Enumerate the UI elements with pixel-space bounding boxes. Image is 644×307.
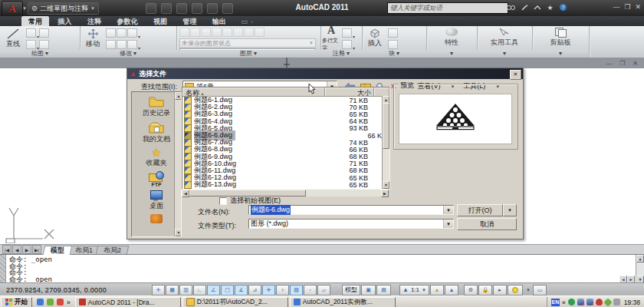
taskbar-task-document[interactable]: AutoCAD_2011实例教...	[290, 297, 396, 307]
clock[interactable]: 19:38	[624, 299, 640, 306]
file-type-combobox[interactable]: 图形 (*.dwg) ▼	[248, 219, 454, 229]
column-header-size[interactable]: 大小	[325, 87, 374, 96]
tray-antivirus-icon[interactable]	[568, 299, 575, 305]
model-space-button[interactable]: 模型	[342, 285, 360, 295]
app-menu-caret-icon[interactable]: ▼	[22, 6, 27, 11]
polyline-tool-icon[interactable]	[26, 40, 36, 49]
utilities-panel-title[interactable]: 实用工具	[491, 38, 518, 48]
snap-toggle[interactable]: ✛	[152, 285, 165, 295]
quick-launch-icon-3[interactable]	[57, 299, 64, 305]
favorites-star-icon[interactable]: ★	[545, 2, 555, 12]
window-restore-icon[interactable]: ❐	[624, 3, 630, 11]
dyn-toggle[interactable]: ✢	[262, 285, 275, 295]
quick-view-drawings-icon[interactable]: ▤	[376, 285, 391, 295]
osnap-toggle[interactable]: ▢	[221, 285, 234, 295]
tab-annotate[interactable]: 注释	[80, 16, 108, 26]
scroll-thumb[interactable]	[383, 103, 389, 149]
ortho-toggle[interactable]: ∟	[193, 285, 206, 295]
taskbar-task-explorer[interactable]: D:\2011书\AutoCAD_2...	[182, 297, 288, 307]
table-row[interactable]: 例题6-13.dwg65 KB	[182, 181, 389, 188]
properties-panel-title[interactable]: 特性	[445, 38, 458, 48]
tab-parametric[interactable]: 参数化	[110, 16, 145, 26]
communication-center-icon[interactable]	[532, 2, 542, 12]
scroll-up-icon[interactable]: ▲	[175, 92, 182, 100]
clean-screen-button[interactable]: ▭	[533, 285, 547, 295]
properties-panel-caret[interactable]: ▾	[426, 50, 477, 58]
qat-redo-icon[interactable]	[207, 3, 218, 14]
cancel-button[interactable]: 取消	[457, 218, 517, 230]
tab-nav-next-icon[interactable]: ▶	[22, 245, 31, 254]
ducs-toggle[interactable]: ⊿	[248, 285, 261, 295]
search-binoculars-icon[interactable]	[506, 2, 516, 12]
quick-launch-icon-1[interactable]	[37, 299, 44, 305]
tab-output[interactable]: 输出	[205, 16, 233, 26]
hardware-acceleration-bulb-icon[interactable]	[508, 285, 523, 295]
workspace-switching-icon[interactable]: ⚙	[464, 285, 478, 295]
workspace-switcher[interactable]: ⚙ 二维草图与注释 ▼	[28, 2, 99, 15]
file-type-dropdown-icon[interactable]: ▼	[443, 220, 453, 228]
tray-display-icon[interactable]	[613, 299, 620, 305]
annotate-panel-label[interactable]: 注释 ▾	[320, 50, 362, 58]
scroll-down-icon[interactable]: ▼	[383, 181, 389, 189]
scroll-left-icon[interactable]: ◀	[182, 190, 189, 197]
command-vertical-scrollbar[interactable]: ▲ ▼	[636, 255, 644, 283]
stretch-tool-icon[interactable]	[127, 40, 137, 49]
scroll-down-icon[interactable]: ▼	[175, 229, 182, 236]
layer-walk-icon[interactable]	[255, 28, 264, 37]
layer-lock-icon[interactable]	[222, 28, 232, 37]
rectangle-tool-icon[interactable]	[39, 40, 49, 49]
quick-launch-icon-2[interactable]	[47, 299, 54, 305]
layer-match-icon[interactable]	[233, 28, 243, 37]
otrack-toggle[interactable]: ∡	[235, 285, 248, 295]
tray-collapse-icon[interactable]: «	[562, 299, 566, 306]
open-button[interactable]: 打开(O)	[457, 204, 503, 216]
open-dropdown-icon[interactable]: ▼	[503, 204, 517, 216]
start-button[interactable]: 开始	[1, 297, 32, 307]
status-menu-caret-icon[interactable]: ▼	[526, 288, 531, 292]
layers-panel-label[interactable]: 图层 ▾	[176, 50, 320, 58]
help-icon[interactable]: ?	[558, 2, 568, 12]
edit-block-icon[interactable]	[388, 40, 398, 49]
window-minimize-icon[interactable]: —	[613, 3, 619, 11]
block-panel-label[interactable]: 块 ▾	[362, 50, 426, 58]
file-name-combobox[interactable]: 例题6-6.dwg ▼	[248, 205, 454, 215]
dimension-tool-icon[interactable]	[342, 28, 352, 38]
qat-new-icon[interactable]	[146, 3, 156, 14]
status-tray-icon[interactable]: ▸	[493, 285, 507, 295]
ribbon-options-icon[interactable]: ▭ ▼	[242, 18, 255, 25]
toolbar-lock-icon[interactable]: 🔒	[478, 285, 492, 295]
dialog-close-icon[interactable]: ✕	[510, 70, 521, 80]
window-close-icon[interactable]: ✕	[635, 3, 641, 11]
copy-tool-icon[interactable]	[127, 28, 137, 38]
line-tool-button[interactable]: 直线	[2, 27, 25, 50]
move-tool-button[interactable]: 移动	[81, 27, 104, 50]
annotation-scale-button[interactable]: ▲ 1:1 ▼	[399, 285, 429, 295]
file-list-horizontal-scrollbar[interactable]: ◀ ▶	[182, 190, 389, 196]
utilities-panel-caret[interactable]: ▾	[477, 50, 532, 58]
create-block-icon[interactable]	[388, 28, 398, 38]
command-window[interactable]: 命令: _open 命令: 命令: 命令: _open ▲ ▼ ◀ ▶	[0, 254, 644, 283]
layer-state-dropdown[interactable]: 未保存的图层状态▼	[179, 38, 316, 48]
clipboard-paste-icon[interactable]	[555, 28, 566, 36]
tab-nav-last-icon[interactable]: ▶|	[32, 245, 41, 254]
properties-sphere-icon[interactable]	[445, 28, 458, 36]
modify-panel-label[interactable]: 修改 ▾	[80, 50, 176, 58]
quick-properties-toggle[interactable]: ▫	[304, 285, 317, 295]
doc-minimize-icon[interactable]: —	[606, 60, 612, 67]
transparency-toggle[interactable]: ▨	[290, 285, 303, 295]
leader-tool-icon[interactable]	[342, 40, 352, 49]
lwt-toggle[interactable]: ＋	[276, 285, 289, 295]
column-header-name[interactable]: 名称 ▴	[182, 87, 325, 96]
grid-toggle[interactable]: ▦	[166, 285, 179, 295]
scroll-up-icon[interactable]: ▲	[636, 255, 644, 262]
insert-block-button[interactable]: 插入	[363, 27, 386, 50]
infocenter-search-input[interactable]: 键入关键字或短语	[387, 2, 508, 14]
auto-annotation-icon[interactable]: ▲	[445, 285, 458, 295]
trim-tool-icon[interactable]	[117, 28, 127, 38]
tab-model[interactable]: 模型	[43, 246, 73, 255]
tray-network-icon-2[interactable]: ✕	[586, 299, 593, 305]
circle-tool-icon[interactable]	[26, 28, 36, 38]
draw-panel-label[interactable]: 绘图 ▾	[0, 50, 80, 58]
subscription-wrench-icon[interactable]	[519, 2, 529, 12]
rotate-tool-icon[interactable]	[106, 28, 116, 38]
